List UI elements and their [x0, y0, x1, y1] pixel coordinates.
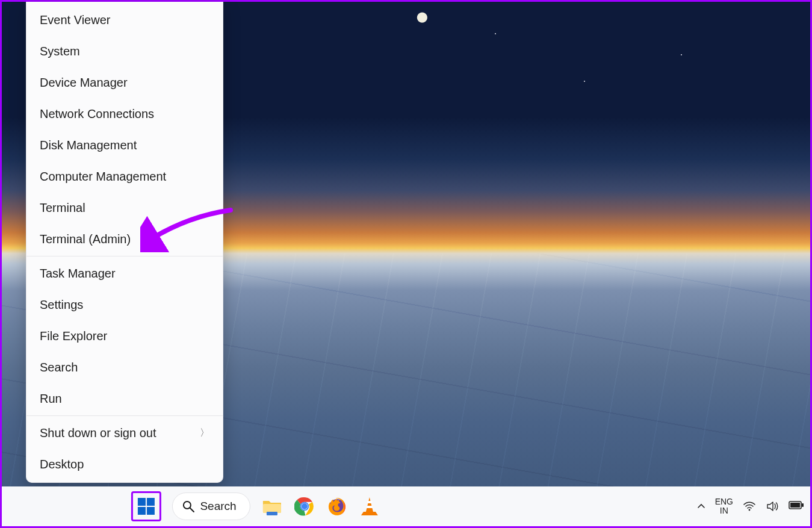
- svg-rect-6: [263, 504, 281, 513]
- start-button[interactable]: [131, 491, 161, 521]
- speaker-icon: [766, 500, 779, 513]
- firefox-icon: [327, 496, 347, 517]
- menu-separator: [26, 256, 223, 256]
- svg-rect-14: [367, 506, 373, 508]
- taskbar-pinned-file-explorer[interactable]: [261, 495, 283, 517]
- menu-item-label: Desktop: [40, 458, 84, 471]
- menu-item-event-viewer[interactable]: Event Viewer: [26, 4, 223, 36]
- svg-rect-2: [137, 507, 145, 515]
- taskbar-search-button[interactable]: Search: [172, 492, 250, 520]
- svg-rect-1: [146, 498, 154, 506]
- svg-rect-3: [146, 507, 154, 515]
- taskbar-pinned-vlc[interactable]: [359, 495, 380, 517]
- taskbar-pinned-chrome[interactable]: [294, 495, 315, 517]
- search-icon: [182, 500, 194, 512]
- svg-point-4: [183, 502, 190, 509]
- system-tray: ENG IN: [697, 486, 802, 526]
- svg-line-5: [190, 508, 193, 512]
- menu-item-search[interactable]: Search: [26, 352, 223, 383]
- battery-icon: [789, 500, 804, 511]
- volume-indicator[interactable]: [766, 500, 779, 513]
- menu-item-disk-management[interactable]: Disk Management: [26, 129, 223, 161]
- windows-logo-icon: [137, 497, 155, 515]
- menu-item-label: System: [40, 45, 80, 58]
- language-code: ENG: [715, 497, 733, 506]
- tray-overflow-button[interactable]: [697, 502, 705, 511]
- chevron-right-icon: 〉: [200, 427, 209, 439]
- menu-item-label: Disk Management: [40, 138, 137, 152]
- menu-item-label: Device Manager: [40, 76, 128, 90]
- taskbar: Search: [2, 486, 810, 526]
- menu-item-device-manager[interactable]: Device Manager: [26, 67, 223, 98]
- menu-item-label: Computer Management: [40, 170, 166, 184]
- svg-rect-13: [367, 501, 372, 503]
- menu-item-computer-management[interactable]: Computer Management: [26, 161, 223, 192]
- menu-item-label: Event Viewer: [40, 13, 110, 27]
- menu-item-shutdown-signout[interactable]: Shut down or sign out 〉: [26, 417, 223, 449]
- taskbar-search-label: Search: [200, 500, 236, 513]
- menu-item-label: Terminal (Admin): [40, 232, 131, 246]
- battery-indicator[interactable]: [789, 500, 802, 513]
- menu-item-run[interactable]: Run: [26, 383, 223, 414]
- menu-item-label: Task Manager: [40, 267, 116, 281]
- file-explorer-icon: [262, 497, 282, 515]
- menu-item-label: Settings: [40, 298, 83, 312]
- menu-item-label: Network Connections: [40, 107, 154, 121]
- menu-item-task-manager[interactable]: Task Manager: [26, 258, 223, 289]
- svg-rect-0: [137, 498, 145, 506]
- menu-item-desktop[interactable]: Desktop: [26, 449, 223, 480]
- menu-item-settings[interactable]: Settings: [26, 289, 223, 320]
- menu-item-terminal-admin[interactable]: Terminal (Admin): [26, 223, 223, 255]
- menu-item-label: Shut down or sign out: [40, 426, 156, 440]
- menu-item-file-explorer[interactable]: File Explorer: [26, 320, 223, 352]
- menu-item-network-connections[interactable]: Network Connections: [26, 98, 223, 129]
- vlc-icon: [360, 496, 379, 517]
- menu-item-label: Terminal: [40, 201, 85, 215]
- svg-rect-7: [267, 512, 277, 515]
- chrome-icon: [294, 496, 315, 517]
- menu-item-label: File Explorer: [40, 329, 107, 343]
- menu-item-system[interactable]: System: [26, 36, 223, 67]
- svg-rect-18: [790, 503, 800, 508]
- chevron-up-icon: [697, 502, 705, 511]
- power-user-menu: Event Viewer System Device Manager Netwo…: [26, 2, 223, 483]
- wifi-icon: [743, 500, 756, 513]
- menu-separator: [26, 415, 223, 416]
- taskbar-pinned-firefox[interactable]: [326, 495, 348, 517]
- language-indicator[interactable]: ENG IN: [715, 497, 733, 516]
- svg-rect-17: [802, 503, 804, 507]
- menu-item-label: Run: [40, 392, 62, 406]
- svg-point-11: [302, 503, 308, 509]
- language-region: IN: [715, 506, 733, 515]
- menu-item-label: Search: [40, 361, 78, 374]
- wifi-indicator[interactable]: [743, 500, 756, 513]
- svg-point-15: [749, 509, 751, 511]
- menu-item-terminal[interactable]: Terminal: [26, 192, 223, 223]
